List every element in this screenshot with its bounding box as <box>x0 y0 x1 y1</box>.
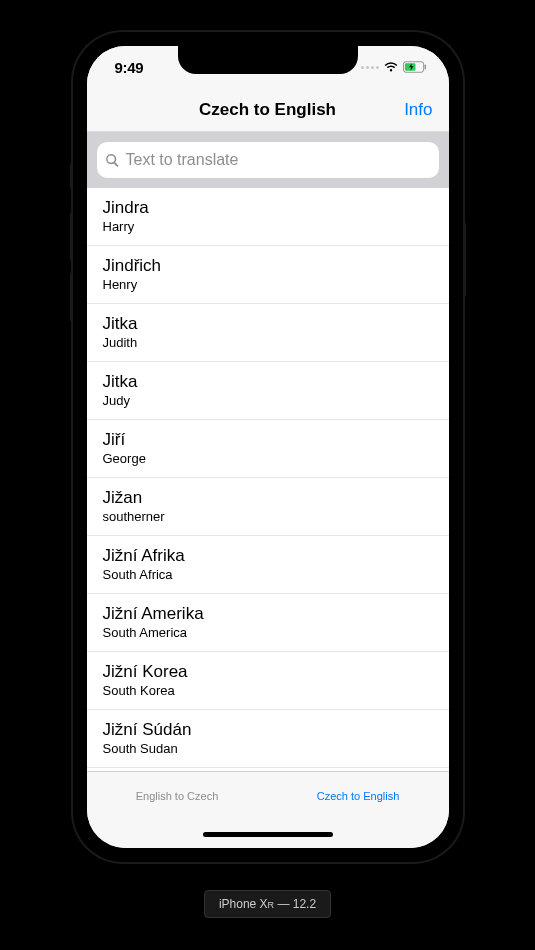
item-czech: Jitka <box>103 313 433 335</box>
item-czech: Jižní Korea <box>103 661 433 683</box>
item-czech: Jižní Súdán <box>103 719 433 741</box>
wifi-icon <box>383 59 399 76</box>
device-label: iPhone Xr — 12.2 <box>204 890 331 918</box>
screen: 9:49 Czech to English Info <box>87 46 449 848</box>
tab-english-to-czech[interactable]: English to Czech <box>87 772 268 820</box>
tab-bar: English to CzechCzech to English <box>87 771 449 820</box>
list-item[interactable]: JitkaJudith <box>87 304 449 362</box>
page-title: Czech to English <box>199 100 336 120</box>
translation-list[interactable]: JindraHarryJindřichHenryJitkaJudithJitka… <box>87 188 449 771</box>
device-frame: 9:49 Czech to English Info <box>73 32 463 862</box>
status-indicators <box>361 59 427 76</box>
volume-up-button <box>70 212 73 262</box>
search-input[interactable] <box>126 151 431 169</box>
list-item[interactable]: Jižní SúdánSouth Sudan <box>87 710 449 768</box>
item-czech: Jiří <box>103 429 433 451</box>
list-item[interactable]: Jižansoutherner <box>87 478 449 536</box>
list-item[interactable]: Jižní AfrikaSouth Africa <box>87 536 449 594</box>
volume-down-button <box>70 272 73 322</box>
list-item[interactable]: Jižní KoreaSouth Korea <box>87 652 449 710</box>
item-english: George <box>103 451 433 468</box>
cellular-icon <box>361 66 379 69</box>
item-czech: Jitka <box>103 371 433 393</box>
item-english: South Sudan <box>103 741 433 758</box>
item-czech: Jižní Amerika <box>103 603 433 625</box>
info-button[interactable]: Info <box>404 100 432 120</box>
search-container <box>87 132 449 188</box>
battery-icon <box>403 59 427 76</box>
silent-switch <box>70 162 73 190</box>
status-time: 9:49 <box>115 59 144 76</box>
list-item[interactable]: JindřichHenry <box>87 246 449 304</box>
tab-czech-to-english[interactable]: Czech to English <box>268 772 449 820</box>
item-czech: Jindra <box>103 197 433 219</box>
home-indicator[interactable] <box>203 832 333 837</box>
power-button <box>463 222 466 297</box>
item-english: Harry <box>103 219 433 236</box>
item-czech: Jižan <box>103 487 433 509</box>
notch <box>178 46 358 74</box>
svg-rect-2 <box>424 64 425 69</box>
item-english: Judith <box>103 335 433 352</box>
item-english: southerner <box>103 509 433 526</box>
item-czech: Jižní Afrika <box>103 545 433 567</box>
item-english: South America <box>103 625 433 642</box>
list-item[interactable]: Jižní AmerikaSouth America <box>87 594 449 652</box>
search-field[interactable] <box>97 142 439 178</box>
nav-bar: Czech to English Info <box>87 88 449 132</box>
item-english: South Korea <box>103 683 433 700</box>
item-english: Judy <box>103 393 433 410</box>
list-item[interactable]: JitkaJudy <box>87 362 449 420</box>
item-english: Henry <box>103 277 433 294</box>
home-indicator-area <box>87 820 449 848</box>
list-item[interactable]: JindraHarry <box>87 188 449 246</box>
search-icon <box>105 153 120 168</box>
item-czech: Jindřich <box>103 255 433 277</box>
list-item[interactable]: JiříGeorge <box>87 420 449 478</box>
item-english: South Africa <box>103 567 433 584</box>
